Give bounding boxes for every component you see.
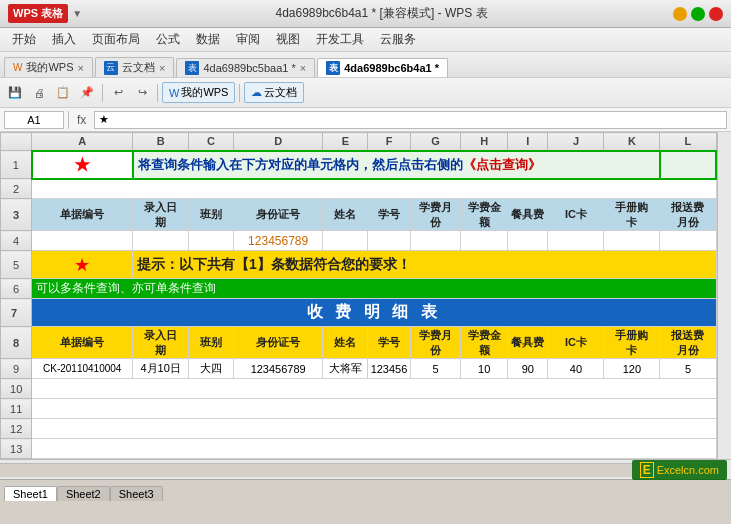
fx-label: fx — [73, 113, 90, 127]
col-header-A[interactable]: A — [32, 133, 133, 151]
menu-review[interactable]: 审阅 — [228, 29, 268, 50]
print-button[interactable]: 🖨 — [28, 82, 50, 104]
sheet-tab-1[interactable]: Sheet1 — [4, 486, 57, 501]
toolbar-separator2 — [157, 84, 158, 102]
cell-9I: 90 — [508, 359, 548, 379]
row-num-13: 13 — [1, 439, 32, 459]
person-figure-icon: 🧍 — [600, 199, 604, 206]
menu-dev-tools[interactable]: 开发工具 — [308, 29, 372, 50]
click-query-text[interactable]: 《点击查询》 — [463, 157, 541, 172]
dh-send-fee: 报送费月份 — [660, 327, 716, 359]
table-row: 1 ★ 将查询条件输入在下方对应的单元格内，然后点击右侧的《点击查询》 — [1, 151, 717, 179]
input-name[interactable] — [323, 231, 368, 251]
col-header-F[interactable]: F — [368, 133, 411, 151]
cell-9L: 5 — [660, 359, 716, 379]
col-header-D[interactable]: D — [233, 133, 323, 151]
input-tuition-month[interactable] — [410, 231, 460, 251]
dh-name: 姓名 — [323, 327, 368, 359]
save-button[interactable]: 💾 — [4, 82, 26, 104]
tab-cloud-doc[interactable]: 云 云文档 × — [95, 57, 174, 77]
menu-bar: 开始 插入 页面布局 公式 数据 审阅 视图 开发工具 云服务 — [0, 28, 731, 52]
dropdown-arrow[interactable]: ▼ — [72, 8, 82, 19]
table-row: 2 — [1, 179, 717, 199]
subtitle-text: 可以多条件查询、亦可单条件查询 — [32, 279, 716, 299]
tab-close-file1[interactable]: × — [300, 62, 306, 74]
col-header-J[interactable]: J — [548, 133, 604, 151]
menu-cloud[interactable]: 云服务 — [372, 29, 424, 50]
input-canteen-fee[interactable] — [508, 231, 548, 251]
col-header-K[interactable]: K — [604, 133, 660, 151]
wps-service[interactable]: W 我的WPS — [162, 82, 235, 103]
dh-class: 班别 — [189, 327, 234, 359]
sheet-tabs: Sheet1 Sheet2 Sheet3 — [0, 479, 731, 501]
table-row: 5 ★ 提示：以下共有【1】条数据符合您的要求！ — [1, 251, 717, 279]
tab-close-cloud[interactable]: × — [159, 62, 165, 74]
col-header-H[interactable]: H — [461, 133, 508, 151]
wps-logo[interactable]: WPS 表格 — [8, 4, 68, 23]
copy-button[interactable]: 📋 — [52, 82, 74, 104]
input-ic-card[interactable] — [548, 231, 604, 251]
sheet-tab-3[interactable]: Sheet3 — [110, 486, 163, 501]
close-button[interactable] — [709, 7, 723, 21]
menu-formula[interactable]: 公式 — [148, 29, 188, 50]
input-handbook[interactable] — [604, 231, 660, 251]
menu-page-layout[interactable]: 页面布局 — [84, 29, 148, 50]
row-num-9: 9 — [1, 359, 32, 379]
header-handbook: 手册购卡 — [604, 199, 660, 231]
input-receipt-num[interactable] — [32, 231, 133, 251]
row-num-10: 10 — [1, 379, 32, 399]
maximize-button[interactable] — [691, 7, 705, 21]
cell-9K: 120 — [604, 359, 660, 379]
watermark-text: Excelcn.com — [657, 464, 719, 476]
col-header-C[interactable]: C — [189, 133, 234, 151]
cloud-service[interactable]: ☁ 云文档 — [244, 82, 304, 103]
col-header-L[interactable]: L — [660, 133, 716, 151]
header-tuition-month: 学费月份 — [410, 199, 460, 231]
paste-button[interactable]: 📌 — [76, 82, 98, 104]
horizontal-scrollbar[interactable] — [0, 463, 632, 477]
input-class[interactable] — [189, 231, 234, 251]
redo-button[interactable]: ↪ — [131, 82, 153, 104]
header-class: 班别 — [189, 199, 234, 231]
input-date[interactable] — [133, 231, 189, 251]
row-num-2: 2 — [1, 179, 32, 199]
row-num-12: 12 — [1, 419, 32, 439]
formula-input[interactable] — [94, 111, 727, 129]
tab-close-mywps[interactable]: × — [78, 62, 84, 74]
grid-area[interactable]: A B C D E F G H I J K L 1 ★ — [0, 132, 717, 459]
dh-tuition-amount: 学费金额 — [461, 327, 508, 359]
alert-text: 提示：以下共有【1】条数据符合您的要求！ — [133, 251, 716, 279]
undo-button[interactable]: ↩ — [107, 82, 129, 104]
formula-bar: fx — [0, 108, 731, 132]
cell-1L — [660, 151, 716, 179]
toolbar: 💾 🖨 📋 📌 ↩ ↪ W 我的WPS ☁ 云文档 — [0, 78, 731, 108]
header-student-num: 学号 — [368, 199, 411, 231]
cell-reference-box[interactable] — [4, 111, 64, 129]
input-send-fee[interactable] — [660, 231, 716, 251]
menu-start[interactable]: 开始 — [4, 29, 44, 50]
menu-view[interactable]: 视图 — [268, 29, 308, 50]
menu-insert[interactable]: 插入 — [44, 29, 84, 50]
tab-mywps[interactable]: W 我的WPS × — [4, 57, 93, 77]
sheet-tab-2[interactable]: Sheet2 — [57, 486, 110, 501]
col-header-I[interactable]: I — [508, 133, 548, 151]
col-header-G[interactable]: G — [410, 133, 460, 151]
menu-data[interactable]: 数据 — [188, 29, 228, 50]
table-row: 13 — [1, 439, 717, 459]
header-ic-card: IC卡 🧍 — [548, 199, 604, 231]
col-header-E[interactable]: E — [323, 133, 368, 151]
input-id[interactable]: 123456789 — [233, 231, 323, 251]
alert-star: ★ — [32, 251, 133, 279]
spreadsheet-area: A B C D E F G H I J K L 1 ★ — [0, 132, 731, 459]
tab-file1[interactable]: 表 4da6989bc5baa1 * × — [176, 58, 315, 77]
input-student-num[interactable] — [368, 231, 411, 251]
vertical-scrollbar[interactable] — [717, 132, 731, 459]
tab-file2[interactable]: 表 4da6989bc6b4a1 * — [317, 58, 448, 77]
col-header-B[interactable]: B — [133, 133, 189, 151]
input-tuition-amount[interactable] — [461, 231, 508, 251]
header-name: 姓名 — [323, 199, 368, 231]
title-bar: WPS 表格 ▼ 4da6989bc6b4a1 * [兼容模式] - WPS 表 — [0, 0, 731, 28]
cell-9G: 5 — [410, 359, 460, 379]
dh-ic-card: IC卡 — [548, 327, 604, 359]
minimize-button[interactable] — [673, 7, 687, 21]
